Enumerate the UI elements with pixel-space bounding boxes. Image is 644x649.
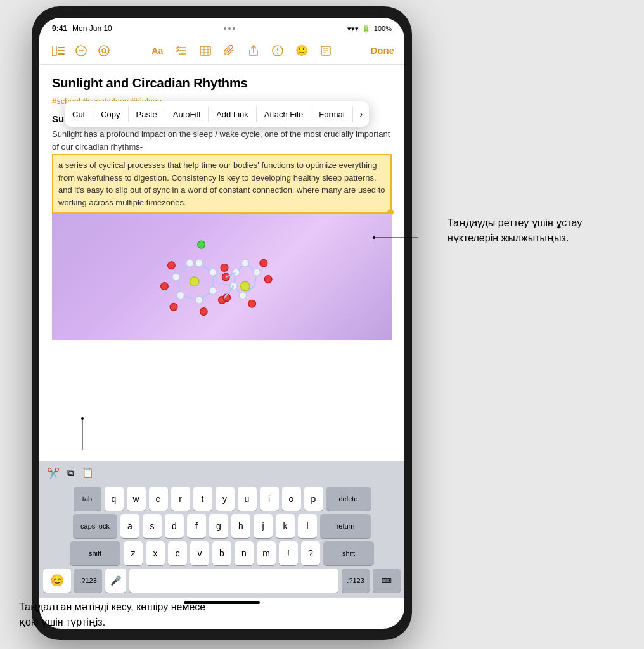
- keyboard-hide-key[interactable]: ⌨: [373, 569, 401, 593]
- numeric2-key[interactable]: .?123: [342, 569, 370, 593]
- svg-point-30: [186, 259, 193, 267]
- svg-point-53: [253, 269, 261, 276]
- mic-key[interactable]: 🎤: [105, 569, 126, 593]
- attach-file-button[interactable]: Attach File: [257, 107, 311, 122]
- key-question[interactable]: ?: [301, 541, 320, 565]
- autofill-button[interactable]: AutoFill: [165, 107, 209, 122]
- svg-point-57: [260, 259, 267, 267]
- share-icon[interactable]: [245, 42, 262, 60]
- ipad-frame: 9:41 Mon Jun 10 ▾▾▾ 🔋 100%: [32, 6, 412, 640]
- minus-circle-icon[interactable]: [72, 42, 90, 60]
- selected-text[interactable]: a series of cyclical processes that help…: [52, 154, 392, 214]
- dots-menu: [224, 27, 235, 30]
- keyboard-row-3: shift z x c v b n m ! ? shift: [43, 541, 401, 565]
- emoji-key[interactable]: 😊: [43, 569, 71, 593]
- keyboard-row-4: 😊 .?123 🎤 .?123 ⌨: [43, 569, 401, 593]
- checklist-icon[interactable]: [172, 42, 190, 60]
- key-q[interactable]: q: [105, 487, 124, 511]
- svg-rect-1: [58, 47, 65, 48]
- key-n[interactable]: n: [235, 541, 254, 565]
- sidebar-icon[interactable]: [49, 42, 67, 60]
- more-button[interactable]: ›: [353, 106, 369, 122]
- space-key[interactable]: [129, 569, 338, 593]
- copy-toolbar-icon[interactable]: ⧉: [67, 467, 74, 479]
- key-b[interactable]: b: [212, 541, 231, 565]
- key-c[interactable]: c: [168, 541, 187, 565]
- key-m[interactable]: m: [257, 541, 276, 565]
- pre-selected-text: Sunlight has a profound impact on the sl…: [52, 128, 392, 153]
- return-key[interactable]: return: [320, 514, 371, 538]
- key-t[interactable]: t: [193, 487, 212, 511]
- status-icons: ▾▾▾ 🔋 100%: [347, 25, 392, 33]
- svg-point-40: [160, 283, 168, 290]
- svg-point-34: [209, 287, 217, 295]
- key-l[interactable]: l: [298, 514, 317, 538]
- svg-point-18: [277, 53, 278, 54]
- svg-point-45: [197, 241, 205, 248]
- key-x[interactable]: x: [146, 541, 165, 565]
- numeric-key[interactable]: .?123: [74, 569, 102, 593]
- left-shift-key[interactable]: shift: [70, 541, 120, 565]
- text-format-icon[interactable]: Aa: [148, 42, 166, 60]
- done-button[interactable]: Done: [371, 45, 395, 56]
- key-v[interactable]: v: [190, 541, 209, 565]
- svg-rect-0: [52, 46, 56, 56]
- at-icon[interactable]: [95, 42, 113, 60]
- keyboard-row-2: caps lock a s d f g h j k l return: [43, 514, 401, 538]
- svg-point-39: [167, 262, 175, 269]
- battery-percent: 100%: [374, 25, 392, 32]
- compose-icon[interactable]: [317, 42, 335, 60]
- key-d[interactable]: d: [165, 514, 184, 538]
- keyboard-row-1: tab q w e r t y u i o p delete: [43, 487, 401, 511]
- toolbar: Aa: [39, 37, 404, 65]
- key-e[interactable]: e: [149, 487, 168, 511]
- context-menu: Cut Copy Paste AutoFill Add Link Attach …: [65, 101, 369, 127]
- delete-key[interactable]: delete: [326, 487, 371, 511]
- ipad-screen: 9:41 Mon Jun 10 ▾▾▾ 🔋 100%: [39, 18, 404, 629]
- paperclip-icon[interactable]: [221, 42, 238, 60]
- key-h[interactable]: h: [231, 514, 250, 538]
- svg-point-59: [248, 300, 255, 307]
- key-a[interactable]: a: [120, 514, 139, 538]
- cut-toolbar-icon[interactable]: ✂️: [47, 467, 60, 479]
- annotation-bottom: Таңдалған мәтінді кесу, көшіру немесе қо…: [19, 600, 209, 630]
- svg-point-41: [170, 303, 177, 311]
- copy-button[interactable]: Copy: [93, 107, 128, 122]
- key-j[interactable]: j: [254, 514, 273, 538]
- svg-point-42: [200, 308, 207, 316]
- key-exclaim[interactable]: !: [279, 541, 298, 565]
- status-time: 9:41: [52, 24, 67, 33]
- context-menu-container: Cut Copy Paste AutoFill Add Link Attach …: [52, 128, 392, 214]
- key-p[interactable]: p: [304, 487, 323, 511]
- key-o[interactable]: o: [282, 487, 301, 511]
- cut-button[interactable]: Cut: [65, 107, 93, 122]
- key-r[interactable]: r: [171, 487, 190, 511]
- svg-point-33: [195, 297, 203, 304]
- emoji-icon[interactable]: 🙂: [293, 42, 311, 60]
- key-u[interactable]: u: [238, 487, 257, 511]
- key-w[interactable]: w: [127, 487, 146, 511]
- key-k[interactable]: k: [276, 514, 295, 538]
- key-g[interactable]: g: [209, 514, 228, 538]
- key-f[interactable]: f: [187, 514, 206, 538]
- table-icon[interactable]: [196, 42, 214, 60]
- note-content: Sunlight and Circadian Rhythms #school #…: [39, 65, 404, 461]
- svg-point-31: [172, 273, 179, 281]
- tab-key[interactable]: tab: [74, 487, 101, 511]
- capslock-key[interactable]: caps lock: [73, 514, 117, 538]
- paste-button[interactable]: Paste: [129, 107, 165, 122]
- svg-point-37: [190, 277, 199, 286]
- svg-point-58: [264, 276, 272, 283]
- format-button[interactable]: Format: [311, 107, 353, 122]
- key-i[interactable]: i: [260, 487, 279, 511]
- svg-point-44: [221, 264, 228, 272]
- warning-icon[interactable]: [269, 42, 287, 60]
- key-y[interactable]: y: [216, 487, 235, 511]
- svg-point-36: [195, 259, 203, 267]
- key-z[interactable]: z: [124, 541, 143, 565]
- right-shift-key[interactable]: shift: [323, 541, 374, 565]
- paste-toolbar-icon[interactable]: 📋: [82, 467, 94, 479]
- key-s[interactable]: s: [143, 514, 162, 538]
- add-link-button[interactable]: Add Link: [209, 107, 257, 122]
- status-bar: 9:41 Mon Jun 10 ▾▾▾ 🔋 100%: [39, 18, 404, 37]
